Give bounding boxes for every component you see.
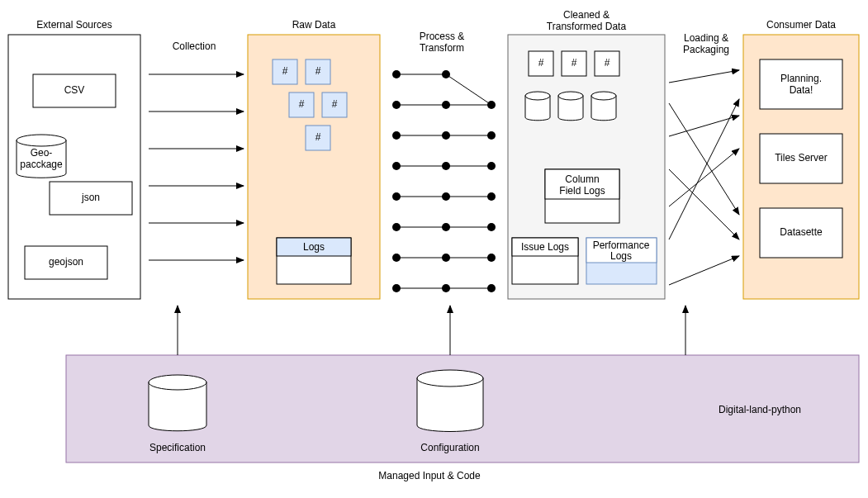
svg-point-33 [442, 101, 450, 109]
external-sources-title: External Sources [36, 19, 111, 31]
svg-line-83 [669, 116, 739, 136]
svg-point-40 [442, 162, 450, 170]
svg-text:Transform: Transform [420, 42, 464, 54]
svg-point-32 [392, 101, 401, 109]
raw-logs-box: Logs [277, 238, 351, 284]
svg-point-43 [392, 192, 401, 201]
svg-text:CSV: CSV [64, 84, 85, 96]
svg-text:#: # [315, 131, 321, 143]
svg-point-55 [392, 284, 401, 292]
svg-text:Specification: Specification [149, 442, 206, 453]
managed-title: Managed Input & Code [378, 470, 481, 481]
svg-point-37 [487, 131, 496, 140]
svg-point-47 [392, 223, 401, 231]
svg-text:#: # [605, 57, 610, 69]
svg-point-29 [442, 70, 450, 78]
svg-text:Datasette: Datasette [780, 226, 823, 238]
svg-text:Cleaned &: Cleaned & [563, 9, 609, 21]
svg-point-51 [392, 254, 401, 262]
loading-label-2: Packaging [683, 44, 729, 55]
loading-label: Loading & [684, 32, 728, 44]
svg-text:Logs: Logs [303, 241, 325, 253]
svg-text:Geo-: Geo- [31, 147, 53, 159]
svg-text:Field Logs: Field Logs [559, 185, 605, 197]
cleaned-cylinders [525, 92, 616, 121]
svg-point-41 [487, 162, 496, 170]
svg-point-67 [525, 92, 550, 100]
process-transform-panel: Process & Transform [392, 31, 496, 292]
svg-text:Data!: Data! [790, 84, 813, 96]
svg-point-44 [442, 192, 450, 201]
performance-logs-box: Performance Logs [586, 238, 657, 284]
svg-text:pacckage: pacckage [20, 159, 63, 170]
consumer-data-title: Consumer Data [766, 19, 836, 31]
svg-point-69 [591, 92, 616, 100]
svg-point-45 [487, 192, 496, 201]
svg-text:#: # [315, 65, 321, 77]
svg-text:#: # [332, 98, 338, 110]
svg-text:geojson: geojson [49, 256, 83, 268]
svg-text:Configuration: Configuration [420, 442, 479, 453]
pipeline-rows [392, 70, 496, 292]
svg-text:json: json [81, 192, 100, 203]
issue-logs-box: Issue Logs [512, 238, 578, 284]
svg-point-48 [442, 223, 450, 231]
svg-text:Planning.: Planning. [780, 73, 822, 84]
svg-point-97 [149, 375, 206, 390]
svg-text:Transformed Data: Transformed Data [547, 21, 627, 32]
raw-data-panel: Raw Data # # # # # Logs [248, 19, 380, 299]
svg-point-28 [392, 70, 401, 78]
planning-box: Planning. Data! [760, 59, 842, 109]
external-sources-panel: External Sources CSV Geo- pacckage json … [8, 19, 140, 299]
svg-line-84 [669, 169, 739, 240]
svg-text:Logs: Logs [610, 250, 632, 262]
svg-point-57 [487, 284, 496, 292]
specification-cylinder: Specification [149, 375, 206, 453]
svg-point-53 [487, 254, 496, 262]
svg-text:#: # [538, 57, 544, 69]
svg-point-3 [17, 135, 66, 146]
svg-text:#: # [282, 65, 288, 77]
json-box: json [50, 182, 132, 215]
svg-text:Tiles Server: Tiles Server [775, 152, 828, 164]
consumer-data-panel: Consumer Data Planning. Data! Tiles Serv… [743, 19, 859, 299]
svg-point-35 [392, 131, 401, 140]
svg-line-27 [446, 74, 491, 105]
raw-data-title: Raw Data [292, 19, 336, 31]
datasette-box: Datasette [760, 208, 842, 258]
svg-point-68 [558, 92, 583, 100]
svg-text:Performance: Performance [593, 240, 650, 251]
svg-point-52 [442, 254, 450, 262]
svg-point-49 [487, 223, 496, 231]
column-field-logs-box: Column Field Logs [545, 169, 619, 223]
svg-line-87 [669, 256, 739, 285]
geopackage-cylinder: Geo- pacckage [17, 135, 66, 178]
digital-land-python-label: Digital-land-python [719, 404, 801, 415]
svg-point-36 [442, 131, 450, 140]
managed-input-panel: Managed Input & Code Specification Confi… [66, 355, 859, 481]
tiles-server-box: Tiles Server [760, 134, 842, 183]
loading-arrows [669, 70, 739, 285]
svg-line-81 [669, 70, 739, 83]
svg-text:Column: Column [565, 173, 599, 185]
svg-text:#: # [572, 57, 577, 69]
svg-point-56 [442, 284, 450, 292]
cleaned-data-panel: Cleaned & Transformed Data # # # Column … [508, 9, 665, 299]
csv-box: CSV [33, 74, 116, 107]
svg-point-39 [392, 162, 401, 170]
svg-text:Process &: Process & [420, 31, 465, 42]
svg-point-99 [417, 370, 483, 387]
geojson-box: geojson [25, 246, 107, 279]
svg-text:#: # [299, 98, 305, 110]
svg-text:Issue Logs: Issue Logs [521, 241, 569, 253]
collection-label: Collection [173, 40, 216, 52]
